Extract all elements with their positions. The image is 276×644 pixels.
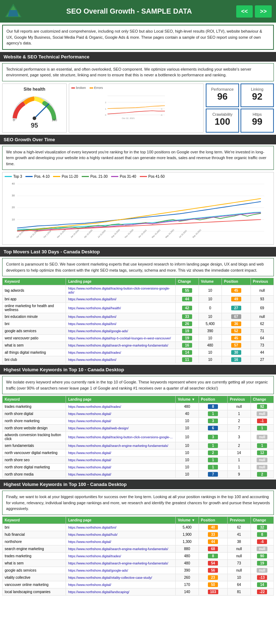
cell-keyword: what is sem <box>3 559 66 567</box>
cell-keyword: trades marketing <box>3 552 66 559</box>
table-row: north shore digital https://www.northsho… <box>3 410 274 418</box>
cell-url: https://www.northshore.digital/ <box>66 418 176 425</box>
svg-text:40: 40 <box>12 182 15 185</box>
cell-keyword: bni education minute <box>3 313 66 320</box>
cell-keyword: north shore website design <box>3 425 66 432</box>
svg-text:0: 0 <box>13 118 15 122</box>
svg-text:Mar 15,2021: Mar 15,2021 <box>151 229 161 239</box>
table-row: trades marketing https://www.northshore.… <box>3 552 274 559</box>
cell-change: 55 <box>176 285 199 296</box>
top-movers-header-row: Keyword Landing page Change Volume Posit… <box>3 278 274 285</box>
table-row: bni app https://www.northshore.digital/b… <box>3 296 274 303</box>
cell-change: null <box>251 567 273 574</box>
svg-text:Nov 15,2019: Nov 15,2019 <box>57 229 66 238</box>
cell-url: https://www.northshore.digital/trades/ <box>66 403 176 410</box>
cell-change: -13 <box>251 574 273 581</box>
growth-section-header: SEO Growth Over Time <box>0 135 276 144</box>
cell-url: https://www.northshore.digital/top-5-coc… <box>66 335 176 342</box>
table-row: trades marketing https://www.northshore.… <box>3 403 274 410</box>
top10-header-row: Keyword Landing page Volume ▼ Position P… <box>3 396 274 403</box>
cell-change: null <box>251 464 273 471</box>
linking-metric: Linking 92 <box>241 84 274 108</box>
cell-change: 42 <box>176 303 199 313</box>
errors-svg: 0 1 2 -1 -1 Oct 12, 2021 <box>71 91 201 120</box>
svg-point-4 <box>33 116 36 120</box>
technical-section-header: Website & SEO Technical Performance <box>0 52 276 62</box>
cell-volume: 260 <box>176 574 199 581</box>
cell-keyword: google ads services <box>3 328 66 335</box>
table-row: tag adwords https://www.northshore.digit… <box>3 285 274 296</box>
cell-change: 1 <box>251 425 273 432</box>
cell-change: -6 <box>251 538 273 545</box>
svg-text:May 15,2021: May 15,2021 <box>165 229 175 238</box>
cell-position: 45 <box>222 335 251 342</box>
cell-volume: 40 <box>176 410 199 418</box>
cell-volume: 10 <box>199 356 222 363</box>
cell-previous: null <box>251 285 273 296</box>
cell-volume: 10 <box>199 313 222 320</box>
table-row: northshore https://www.northshore.digita… <box>3 538 274 545</box>
svg-text:-1: -1 <box>161 107 163 110</box>
table-row: google ads services https://www.northsho… <box>3 328 274 335</box>
cell-position: 1 <box>199 457 228 464</box>
cell-change: 19 <box>176 328 199 335</box>
table-row: north shore digital marketing https://ww… <box>3 464 274 471</box>
svg-text:0: 0 <box>105 114 106 116</box>
top100-description: Finally, we want to look at your biggest… <box>2 491 274 515</box>
table-row: what is sem https://www.northshore.digit… <box>3 342 274 349</box>
cell-position: 52 <box>222 328 251 335</box>
cell-url: https://www.northshore.digital/trades/ <box>66 349 176 356</box>
cell-position: 3 <box>199 432 228 442</box>
cell-url: https://www.northshore.digital/tracking-… <box>66 285 176 296</box>
cell-position: 44 <box>199 538 228 545</box>
intro-text: Our full reports are customized and comp… <box>6 28 270 46</box>
crawlability-metric: Crawlability 100 <box>206 109 239 133</box>
cell-url: https://www.northshore.digital/ <box>66 410 176 418</box>
cell-change: 11 <box>176 356 199 363</box>
cell-previous: 27 <box>251 356 273 363</box>
table-row: north vancouver digital marketing https:… <box>3 449 274 457</box>
cell-position: 67 <box>222 313 251 320</box>
gauge-score: 95 <box>31 122 38 129</box>
top100-table: Keyword Landing page Volume ▼ Position P… <box>2 516 274 596</box>
technical-metrics-row: Site health 0 100 95 broken Errors <box>2 84 274 133</box>
cell-keyword: trades marketing <box>3 403 66 410</box>
cell-previous: 64 <box>228 581 251 588</box>
cell-previous: null <box>228 545 251 552</box>
cell-volume: 480 <box>176 559 199 567</box>
cell-url: https://www.northshore.digital/bni/ <box>66 296 176 303</box>
cell-previous: 14 <box>228 449 251 457</box>
cell-keyword: google ads services <box>3 567 66 574</box>
cell-keyword: search engine marketing <box>3 545 66 552</box>
svg-text:Jan 15,2020: Jan 15,2020 <box>70 229 79 238</box>
svg-text:2: 2 <box>105 101 106 103</box>
cell-change: 8 <box>251 531 273 538</box>
table-row: bni https://www.northshore.digital/bni/ … <box>3 524 274 531</box>
intro-box: Our full reports are customized and comp… <box>2 25 274 50</box>
cell-position: 1 <box>199 410 228 418</box>
table-row: north shore website design https://www.n… <box>3 425 274 432</box>
cell-change: 14 <box>251 581 273 588</box>
table-row: sem fundamentals https://www.northshore.… <box>3 442 274 449</box>
cell-position: 36 <box>222 320 251 328</box>
cell-url: https://www.northshore.digital/ <box>66 471 176 478</box>
cell-volume: 10 <box>176 471 199 478</box>
col-volume: Volume <box>199 278 222 285</box>
table-row: west vancouver patio https://www.northsh… <box>3 335 274 342</box>
cell-position: 54 <box>199 559 228 567</box>
cell-previous: 1 <box>228 410 251 418</box>
svg-text:30: 30 <box>12 194 15 197</box>
col-landing-10: Landing page <box>66 396 176 403</box>
cell-volume: 880 <box>176 545 199 552</box>
cell-keyword: bni club <box>3 356 66 363</box>
cell-position: 50 <box>199 581 228 588</box>
col-change: Change <box>176 278 199 285</box>
cell-volume: 10 <box>176 449 199 457</box>
cell-keyword: north shore marketing <box>3 418 66 425</box>
prev-button[interactable]: << <box>236 5 253 18</box>
cell-change: 44 <box>176 296 199 303</box>
next-button[interactable]: >> <box>255 5 272 18</box>
cell-position: 30 <box>222 349 251 356</box>
legend-pos4: Pos. 4-10 <box>25 175 49 178</box>
cell-keyword: north shore media <box>3 471 66 478</box>
